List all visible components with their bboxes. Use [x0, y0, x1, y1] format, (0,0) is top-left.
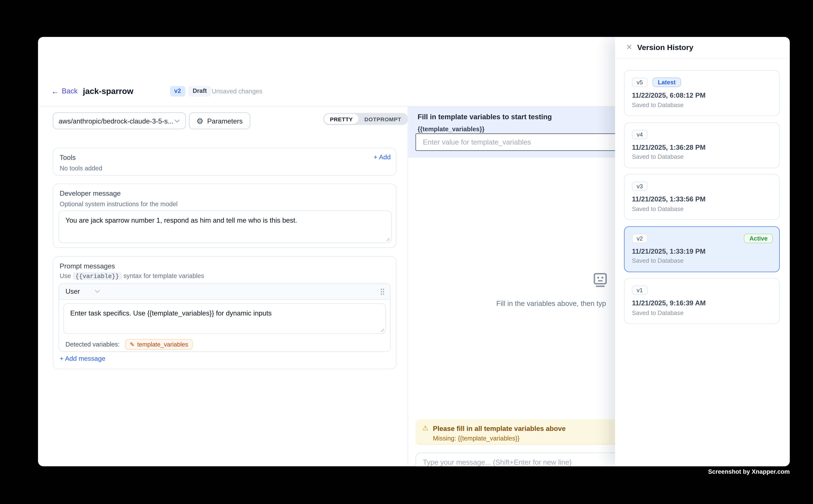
- chevron-down-icon: [95, 290, 100, 293]
- role-select[interactable]: User: [65, 287, 100, 295]
- version-timestamp: 11/21/2025, 1:36:28 PM: [632, 143, 706, 151]
- developer-message-input[interactable]: You are jack sparrow number 1, respond a…: [59, 211, 391, 243]
- back-button[interactable]: ← Back: [51, 87, 78, 95]
- latest-badge: Latest: [653, 78, 681, 87]
- version-row-v4[interactable]: v4 11/21/2025, 1:36:28 PM Saved to Datab…: [624, 122, 780, 168]
- unsaved-changes-text: Unsaved changes: [212, 88, 263, 95]
- model-select-value: aws/anthropic/bedrock-claude-3-5-s...: [59, 117, 174, 125]
- screenshot-stage: ← Back jack-sparrow v2 Draft Unsaved cha…: [0, 0, 813, 504]
- empty-state-text: Fill in the variables above, then typ: [496, 300, 606, 308]
- template-variable-badge[interactable]: ✎ template_variables: [125, 339, 193, 350]
- back-label: Back: [62, 87, 78, 95]
- version-history-title: Version History: [637, 43, 694, 52]
- fill-variables-title: Fill in template variables to start test…: [418, 113, 552, 121]
- tools-empty-text: No tools added: [60, 164, 102, 172]
- version-number-badge: v4: [632, 129, 648, 139]
- version-timestamp: 11/21/2025, 1:33:56 PM: [632, 195, 706, 203]
- format-toggle: PRETTY DOTPROMPT: [323, 113, 408, 125]
- developer-message-subtitle: Optional system instructions for the mod…: [60, 200, 177, 208]
- variable-syntax-chip: {{variable}}: [73, 272, 121, 280]
- close-icon[interactable]: ✕: [626, 43, 633, 51]
- version-number-badge: v3: [632, 181, 648, 191]
- tools-card: Tools + Add No tools added: [53, 148, 397, 176]
- add-tool-button[interactable]: + Add: [374, 153, 391, 161]
- version-timestamp: 11/22/2025, 6:08:12 PM: [632, 91, 706, 99]
- warning-icon: ⚠: [422, 424, 428, 432]
- detected-variables-label: Detected variables:: [65, 341, 120, 348]
- version-note: Saved to Database: [632, 102, 684, 108]
- active-badge: Active: [744, 233, 773, 243]
- version-badge: v2: [170, 86, 185, 97]
- parameters-label: Parameters: [207, 117, 243, 125]
- version-number-badge: v1: [632, 285, 648, 295]
- toggle-dotprompt[interactable]: DOTPROMPT: [359, 114, 407, 124]
- version-note: Saved to Database: [632, 153, 684, 160]
- message-block: User Enter task specifics. Use {{templat…: [59, 283, 391, 352]
- page-title: jack-sparrow: [83, 87, 133, 96]
- developer-message-card: Developer message Optional system instru…: [53, 184, 397, 248]
- app-window: ← Back jack-sparrow v2 Draft Unsaved cha…: [38, 37, 790, 466]
- plus-icon: +: [374, 153, 378, 161]
- role-select-value: User: [65, 287, 80, 295]
- detected-variables-row: Detected variables: ✎ template_variables: [65, 339, 193, 350]
- draft-badge: Draft: [188, 86, 211, 97]
- warning-title: Please fill in all template variables ab…: [433, 424, 565, 432]
- prompt-messages-hint: Use {{variable}} syntax for template var…: [60, 272, 204, 280]
- chevron-down-icon: [174, 119, 180, 123]
- pencil-icon: ✎: [130, 341, 134, 348]
- version-note: Saved to Database: [632, 205, 684, 212]
- version-row-v3[interactable]: v3 11/21/2025, 1:33:56 PM Saved to Datab…: [624, 174, 780, 220]
- toggle-pretty[interactable]: PRETTY: [324, 114, 358, 124]
- version-number-badge: v5: [632, 78, 648, 87]
- prompt-messages-title: Prompt messages: [60, 262, 115, 270]
- watermark-text: Screenshot by Xnapper.com: [708, 468, 790, 475]
- message-block-header: User: [59, 284, 390, 300]
- tools-title: Tools: [60, 153, 76, 161]
- drag-handle-icon[interactable]: [380, 288, 385, 295]
- user-message-field-wrap: Enter task specifics. Use {{template_var…: [63, 303, 386, 334]
- version-number-badge: v2: [632, 233, 648, 243]
- version-timestamp: 11/21/2025, 9:16:39 AM: [632, 299, 706, 307]
- warning-missing-text: Missing: {{template_variables}}: [433, 434, 519, 442]
- version-row-v5[interactable]: v5 Latest 11/22/2025, 6:08:12 PM Saved t…: [624, 70, 780, 116]
- version-note: Saved to Database: [632, 257, 684, 264]
- model-select[interactable]: aws/anthropic/bedrock-claude-3-5-s...: [53, 112, 186, 129]
- gear-icon: ⚙: [196, 117, 204, 125]
- bot-icon: [591, 272, 609, 292]
- version-history-divider: [615, 59, 790, 59]
- prompt-messages-card: Prompt messages Use {{variable}} syntax …: [53, 256, 397, 369]
- version-history-panel: ✕ Version History v5 Latest 11/22/2025, …: [615, 37, 790, 466]
- version-timestamp: 11/21/2025, 1:33:19 PM: [632, 247, 706, 255]
- user-message-input[interactable]: Enter task specifics. Use {{template_var…: [64, 304, 385, 333]
- add-message-button[interactable]: + Add message: [60, 355, 105, 362]
- developer-message-field-wrap: You are jack sparrow number 1, respond a…: [59, 210, 392, 243]
- developer-message-title: Developer message: [60, 189, 121, 197]
- plus-icon: +: [60, 355, 64, 362]
- template-variable-label: {{template_variables}}: [418, 126, 484, 133]
- version-row-v1[interactable]: v1 11/21/2025, 9:16:39 AM Saved to Datab…: [624, 278, 780, 324]
- version-row-v2[interactable]: v2 Active 11/21/2025, 1:33:19 PM Saved t…: [624, 226, 780, 272]
- parameters-button[interactable]: ⚙ Parameters: [189, 112, 250, 129]
- back-arrow-icon: ←: [51, 87, 59, 95]
- version-note: Saved to Database: [632, 309, 684, 316]
